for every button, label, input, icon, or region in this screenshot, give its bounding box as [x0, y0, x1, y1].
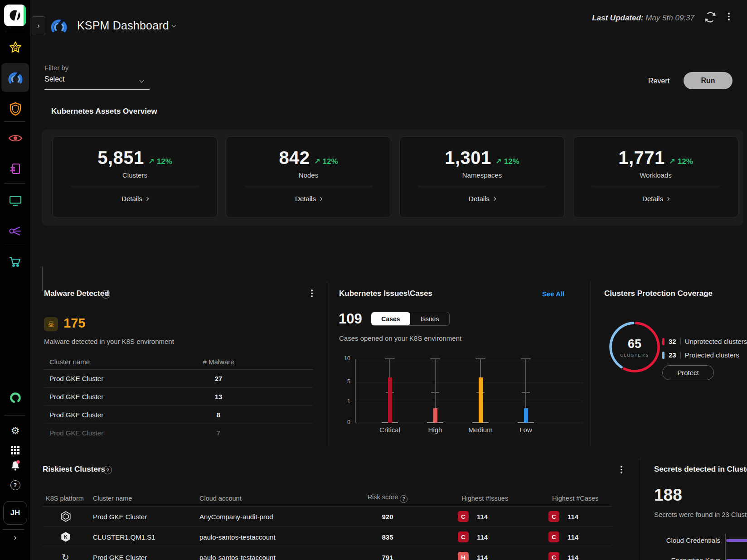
- scrollbar-thumb[interactable]: [42, 266, 43, 291]
- legend-marker: [662, 338, 665, 345]
- divider: [592, 187, 720, 187]
- user-avatar[interactable]: JH: [3, 501, 27, 525]
- cloud-account: paulo-santos-testaccount: [195, 554, 317, 560]
- whisker-mid-cap: [431, 392, 439, 393]
- secret-type-label: Cloud Credentials: [639, 536, 720, 544]
- skull-icon: ☠: [47, 319, 54, 329]
- header-menu-button[interactable]: [727, 12, 731, 21]
- tab-issues[interactable]: Issues: [410, 312, 449, 325]
- sidebar-item-security[interactable]: [0, 101, 30, 116]
- sidebar-item-kubernetes[interactable]: [0, 391, 30, 404]
- revert-button[interactable]: Revert: [648, 77, 669, 85]
- trend-up-icon: ↗: [314, 157, 320, 166]
- asset-label: Clusters: [122, 171, 147, 179]
- asset-card-clusters: 5,851 ↗ 12% Clusters Details: [52, 136, 218, 218]
- sidebar-item-marketplace[interactable]: [0, 256, 30, 268]
- svg-text:K: K: [64, 534, 68, 540]
- riskiest-cluster-row[interactable]: ↻ Prod GKE Cluster paulo-santos-testacco…: [43, 547, 612, 560]
- refresh-icon: [703, 10, 718, 24]
- details-link[interactable]: Details: [642, 195, 669, 203]
- riskiest-menu-button[interactable]: [620, 465, 623, 474]
- filter-select[interactable]: Select: [44, 75, 150, 90]
- severity-bar-critical: [388, 377, 392, 423]
- malware-menu-button[interactable]: [310, 289, 314, 298]
- chevron-right-icon: ›: [37, 22, 39, 30]
- trend-up-icon: ↗: [495, 157, 502, 166]
- whisker-top-cap: [521, 358, 531, 359]
- secrets-description: Secrets were found in 23 Clusters: [654, 511, 747, 518]
- refresh-button[interactable]: [703, 10, 718, 26]
- app-logo[interactable]: [4, 5, 26, 26]
- severity-badge: H: [458, 552, 469, 560]
- malware-row[interactable]: Prod GKE Cluster 7: [44, 424, 313, 442]
- cloud-account: AnyCompany-audit-prod: [195, 513, 317, 521]
- malware-row[interactable]: Prod GKE Cluster 27: [44, 370, 313, 388]
- malware-count-cell: 8: [184, 411, 252, 419]
- circular-arrows-icon: ↻: [43, 552, 88, 560]
- whisker-top-cap: [475, 358, 485, 359]
- secrets-count: 188: [654, 486, 682, 505]
- share-icon: [9, 225, 22, 237]
- k8s-hexagon-icon: K: [43, 531, 88, 543]
- details-link[interactable]: Details: [469, 195, 495, 203]
- chevron-right-icon: [145, 197, 149, 200]
- details-link[interactable]: Details: [295, 195, 322, 203]
- monitor-icon: [9, 195, 22, 207]
- cluster-name: Prod GKE Cluster: [44, 411, 184, 419]
- asset-label: Workloads: [640, 171, 672, 179]
- risk-score-help-icon[interactable]: ?: [400, 495, 407, 503]
- malware-row[interactable]: Prod GKE Cluster 13: [44, 388, 313, 406]
- trend-up-icon: ↗: [148, 157, 155, 166]
- assets-overview-panel: 5,851 ↗ 12% Clusters Details 842 ↗ 12% N…: [42, 130, 743, 226]
- select-value: Select: [44, 75, 64, 83]
- divider: [71, 187, 199, 187]
- protect-button[interactable]: Protect: [662, 365, 714, 380]
- sidebar-item-endpoints[interactable]: [0, 195, 30, 207]
- sidebar-item-connections[interactable]: [0, 225, 30, 237]
- asset-value: 5,851: [97, 148, 144, 168]
- see-all-link[interactable]: See All: [542, 290, 564, 298]
- risk-score: 835: [317, 533, 444, 541]
- sidebar-item-reports[interactable]: [0, 163, 30, 175]
- tab-cases[interactable]: Cases: [371, 312, 410, 325]
- divider: [680, 338, 681, 345]
- cart-icon: [9, 256, 22, 268]
- divider: [4, 245, 25, 245]
- riskiest-cluster-row[interactable]: Prod GKE Cluster AnyCompany-audit-prod 9…: [43, 507, 612, 527]
- help-button[interactable]: ?: [0, 480, 30, 490]
- sidebar-expand-button[interactable]: ›: [0, 533, 30, 542]
- question-mark-icon: ?: [10, 480, 20, 490]
- asset-value-row: 1,771 ↗ 12%: [618, 148, 693, 168]
- malware-row[interactable]: Prod GKE Cluster 8: [44, 406, 313, 424]
- legend-item: 23 Protected clusters: [662, 351, 739, 359]
- y-axis-tick-label: 10: [330, 355, 350, 362]
- run-button[interactable]: Run: [684, 72, 732, 89]
- panel-collapse-button[interactable]: ›: [32, 16, 45, 35]
- notifications-button[interactable]: [0, 460, 30, 471]
- cluster-name: Prod GKE Cluster: [44, 375, 184, 382]
- panel-divider: [591, 282, 591, 446]
- column-header: Cluster name: [44, 358, 184, 366]
- malware-help-icon[interactable]: ?: [102, 290, 110, 299]
- page-title: KSPM Dashboard: [77, 19, 169, 32]
- legend-marker: [662, 352, 665, 359]
- asset-value-row: 5,851 ↗ 12%: [97, 148, 172, 168]
- title-chevron-down-icon[interactable]: [172, 23, 176, 28]
- bell-icon: [10, 460, 20, 471]
- secrets-axis-line: [725, 534, 726, 560]
- sidebar-item-favorites[interactable]: [0, 41, 30, 54]
- severity-badge: C: [548, 531, 559, 542]
- sidebar-item-detections[interactable]: [0, 133, 30, 143]
- issues-count: 114: [477, 533, 488, 541]
- asset-value: 842: [279, 148, 310, 168]
- column-header: Cluster name: [88, 495, 195, 502]
- sidebar-item-dashboard[interactable]: [0, 70, 30, 85]
- riskiest-help-icon[interactable]: ?: [103, 466, 112, 474]
- apps-button[interactable]: [0, 446, 30, 454]
- riskiest-cluster-row[interactable]: K CLUSTER1.QM1.S1 paulo-santos-testaccou…: [43, 527, 612, 547]
- asset-card-namespaces: 1,301 ↗ 12% Namespaces Details: [399, 136, 565, 218]
- cases-issues-toggle: CasesIssues: [371, 312, 450, 326]
- settings-button[interactable]: ⚙: [0, 425, 30, 436]
- secret-type-bar: [726, 539, 747, 542]
- details-link[interactable]: Details: [121, 195, 148, 203]
